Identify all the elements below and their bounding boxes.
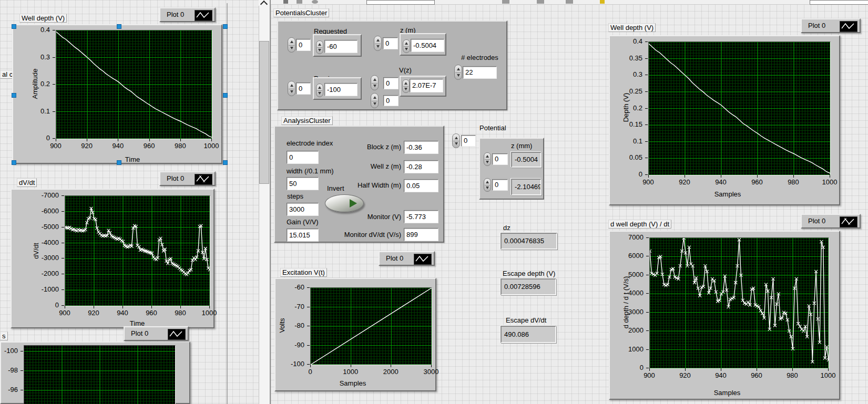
dwell-dt-right-line-style-icon[interactable]: [840, 216, 857, 227]
v-z-index1-field[interactable]: 0: [383, 77, 399, 89]
partial-left-plot-legend[interactable]: Plot 0: [124, 326, 189, 341]
dvdt-left-xtick: 960: [136, 309, 167, 317]
z-mm-row2-spinner[interactable]: [484, 178, 491, 192]
print-icon[interactable]: [297, 0, 302, 4]
well-depth-left-xtick-mark: [118, 139, 118, 141]
partial-left-plot-area[interactable]: [24, 345, 176, 404]
previous-index-spinner[interactable]: [288, 81, 295, 96]
dvdt-left-ytick-mark: [62, 195, 64, 196]
font-selector[interactable]: [366, 0, 435, 5]
excitation-plot-legend[interactable]: Plot 0: [379, 251, 435, 266]
electrode-index-field[interactable]: 0: [287, 151, 319, 164]
well-depth-right-plot-area[interactable]: [648, 42, 831, 175]
v-z-value-spinner[interactable]: [402, 79, 410, 93]
requested-index-spinner[interactable]: [288, 37, 295, 53]
requested-value-spinner[interactable]: [316, 40, 323, 54]
well-depth-left-plot-area[interactable]: [56, 30, 212, 139]
width-field[interactable]: 50: [287, 177, 319, 190]
well-depth-right-plot-legend[interactable]: Plot 0: [801, 18, 861, 33]
v-z-index1-spinner[interactable]: [371, 75, 379, 90]
selection-handle[interactable]: [117, 160, 121, 165]
selection-handle[interactable]: [12, 24, 16, 29]
z-m-index-field[interactable]: 0: [383, 37, 398, 49]
dwell-dt-right-plot-area[interactable]: [649, 237, 829, 369]
well-depth-left-line-style-icon[interactable]: [195, 10, 212, 21]
v-z-value-field[interactable]: 2.07E-7: [410, 79, 443, 92]
electrodes-field[interactable]: 22: [463, 66, 497, 79]
block-z-field[interactable]: -0.36: [404, 141, 438, 154]
v-z-index2-spinner[interactable]: [371, 93, 379, 108]
electrodes-spinner[interactable]: [454, 65, 462, 80]
monitor-dvdt-field[interactable]: 899: [404, 228, 438, 241]
gain-field[interactable]: 15.015: [287, 229, 319, 242]
well-depth-left-xtick-mark: [87, 139, 87, 141]
well-depth-right-ytick: 0.4: [610, 37, 642, 45]
selection-handle[interactable]: [117, 24, 121, 29]
dwell-dt-right-xtick-mark: [685, 368, 686, 371]
well-depth-right-xtick-mark: [757, 175, 758, 178]
z-m-value-spinner[interactable]: [403, 39, 410, 53]
run-button[interactable]: [283, 0, 288, 4]
dvdt-left-plot-area[interactable]: [65, 195, 210, 306]
dvdt-left-xtick-mark: [209, 306, 210, 308]
scrollbar-thumb[interactable]: [259, 41, 269, 184]
dvdt-left-plot-legend[interactable]: Plot 0: [159, 171, 216, 186]
dwell-dt-right-ytick: 7000: [611, 233, 644, 241]
dwell-dt-right-xtick-mark: [828, 368, 829, 371]
dvdt-left-ytick-mark: [62, 289, 64, 290]
z-mm-row1-spinner[interactable]: [484, 152, 491, 166]
dvdt-left-line-style-icon[interactable]: [195, 174, 212, 185]
well-z-field[interactable]: -0.28: [404, 160, 438, 173]
dvdt-left-xtick: 1000: [193, 309, 225, 317]
dvdt-left-ytick: -4000: [26, 239, 59, 246]
steps-field[interactable]: 3000: [287, 203, 319, 216]
monitor-field[interactable]: -5.773: [404, 210, 438, 223]
dvdt-left-xtick: 900: [49, 309, 80, 317]
selection-handle[interactable]: [12, 160, 16, 165]
selection-handle[interactable]: [223, 160, 228, 165]
z-mm-row2-indicator: -2.10469: [511, 179, 542, 195]
requested-value-field[interactable]: -60: [324, 40, 358, 53]
selection-handle[interactable]: [223, 93, 228, 98]
well-depth-right-xtick-mark: [648, 175, 649, 178]
excitation-line-style-icon[interactable]: [414, 254, 432, 265]
potential-label: Potential: [479, 124, 506, 132]
well-depth-right-xtick: 900: [632, 178, 664, 186]
well-depth-left-xtick-mark: [149, 139, 150, 141]
v-z-index2-field[interactable]: 0: [383, 95, 399, 106]
well-depth-right-xtick-mark: [721, 175, 721, 178]
dvdt-left-ytick-mark: [62, 258, 64, 258]
partial-left-line-style-icon[interactable]: [168, 329, 186, 340]
dwell-dt-right-ytick: 0: [611, 364, 644, 371]
excitation-ytick: -90: [272, 341, 304, 349]
scroll-up-button[interactable]: [259, 0, 270, 6]
dvdt-left-title: dV/dt: [17, 178, 37, 187]
invert-toggle-button[interactable]: [325, 194, 364, 212]
half-width-field[interactable]: 0.05: [404, 179, 438, 192]
dwell-dt-right-plot-legend[interactable]: Plot 0: [801, 214, 861, 229]
highlight-execution-bulb-icon[interactable]: [600, 0, 605, 4]
well-depth-left-plot-legend[interactable]: Plot 0: [159, 7, 216, 22]
z-m-index-spinner[interactable]: [374, 36, 382, 51]
previous-value-field[interactable]: -100: [324, 83, 358, 96]
partial-left-ytick-mark: [21, 351, 23, 351]
search-box[interactable]: [810, 0, 868, 5]
excitation-title: Excitation V(t): [280, 268, 327, 277]
selection-handle[interactable]: [223, 24, 228, 29]
z-mm-row1-index[interactable]: 0: [492, 153, 508, 165]
excitation-plot-area[interactable]: [310, 287, 432, 365]
well-depth-right-line-style-icon[interactable]: [840, 21, 857, 32]
glasses-icon[interactable]: [312, 0, 318, 4]
resize-objects-icon[interactable]: [566, 0, 573, 4]
requested-index-field[interactable]: 0: [296, 39, 311, 51]
z-mm-row2-index[interactable]: 0: [492, 179, 508, 191]
z-m-value-field[interactable]: -0.5004: [411, 39, 444, 52]
potential-index-field[interactable]: 0: [461, 135, 476, 147]
previous-index-field[interactable]: 0: [296, 82, 311, 95]
distribute-objects-icon[interactable]: [537, 0, 544, 4]
align-objects-icon[interactable]: [502, 0, 509, 4]
potentials-cluster-label: PotentialsCluster: [273, 8, 329, 17]
selection-handle[interactable]: [12, 93, 16, 98]
potential-index-spinner[interactable]: [452, 133, 460, 148]
previous-value-spinner[interactable]: [316, 84, 323, 97]
